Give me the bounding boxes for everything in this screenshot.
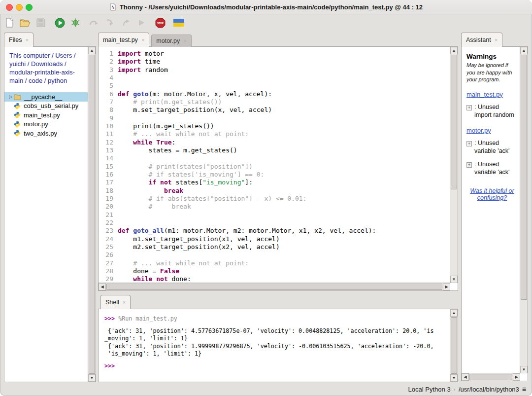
code-line[interactable]: 1import motor xyxy=(99,50,450,58)
code-line[interactable]: 29 while not done: xyxy=(99,275,450,283)
file-tree-item-__pycache__[interactable]: ▷__pycache__ xyxy=(4,92,88,102)
code-line[interactable]: 21 xyxy=(99,211,450,219)
scroll-left-icon[interactable]: ◀ xyxy=(99,283,106,290)
open-file-button[interactable] xyxy=(19,16,32,29)
scroll-left-icon[interactable]: ◀ xyxy=(462,373,469,381)
feedback-link[interactable]: Was it helpful or confusing? xyxy=(470,187,514,201)
code-line[interactable]: 2import time xyxy=(99,58,450,66)
code-line[interactable]: 24 m1.set_target_position(x1, vel, accel… xyxy=(99,235,450,243)
interpreter-label[interactable]: Local Python 3 xyxy=(408,386,451,393)
breadcrumb-segment[interactable]: python xyxy=(48,77,67,84)
scroll-up-icon[interactable]: ▲ xyxy=(450,309,458,317)
run-script-button[interactable] xyxy=(53,16,66,29)
file-tree-item-motor-py[interactable]: motor.py xyxy=(4,120,88,129)
scroll-up-icon[interactable]: ▲ xyxy=(520,47,528,54)
assistant-vscroll-thumb[interactable] xyxy=(521,55,527,300)
scroll-down-icon[interactable]: ▼ xyxy=(450,276,458,283)
shell-vscrollbar[interactable]: ▲ ▼ xyxy=(450,309,458,382)
assistant-file-link[interactable]: motor.py xyxy=(466,127,491,134)
code-line[interactable]: 18 break xyxy=(99,187,450,195)
step-over-button[interactable] xyxy=(88,16,100,29)
code-line[interactable]: 25 m2.set_target_position(x2, vel, accel… xyxy=(99,243,450,251)
code-line[interactable]: 14 xyxy=(99,154,450,162)
code-line[interactable]: 20 # break xyxy=(99,203,450,211)
editor-vscrollbar[interactable]: ▲ ▼ xyxy=(450,47,458,283)
scroll-right-icon[interactable]: ▶ xyxy=(513,373,520,381)
shell-panel[interactable]: >>> %Run main_test.py {'ack': 31, 'posit… xyxy=(98,309,458,382)
new-file-button[interactable] xyxy=(3,16,16,29)
assistant-hscrollbar[interactable]: ◀ ▶ xyxy=(462,373,520,381)
code-line[interactable]: 4 xyxy=(99,74,450,82)
editor-hscrollbar[interactable]: ◀ ▶ xyxy=(99,283,450,290)
save-file-button[interactable] xyxy=(34,16,47,29)
code-line[interactable]: 12 while True: xyxy=(99,139,450,146)
code-line[interactable]: 3import random xyxy=(99,66,450,74)
tab-assistant[interactable]: Assistant × xyxy=(461,33,502,47)
code-area[interactable]: 1import motor2import time3import random4… xyxy=(99,47,450,283)
breadcrumb-segment[interactable]: Users xyxy=(55,52,72,59)
tab-files[interactable]: Files × xyxy=(4,33,33,47)
tab-close-icon[interactable]: × xyxy=(183,38,186,44)
code-line[interactable]: 15 # print(states["position"]) xyxy=(99,163,450,171)
interpreter-path[interactable]: /usr/local/bin/python3 xyxy=(459,386,519,393)
scroll-right-icon[interactable]: ▶ xyxy=(443,283,450,290)
files-vscroll-thumb[interactable] xyxy=(89,55,95,374)
code-line[interactable]: 11 # ... wait while not at point: xyxy=(99,130,450,138)
disclosure-triangle-icon[interactable]: ▷ xyxy=(8,94,14,99)
tab-shell-close-icon[interactable]: × xyxy=(123,300,126,305)
file-tree-item-main_test-py[interactable]: main_test.py xyxy=(4,110,88,120)
files-vscrollbar[interactable]: ▲ ▼ xyxy=(88,47,96,382)
ukraine-flag-icon[interactable] xyxy=(172,16,185,29)
tab-files-close-icon[interactable]: × xyxy=(25,37,28,43)
assistant-file-link[interactable]: main_test.py xyxy=(466,91,503,98)
shell-line xyxy=(104,358,450,362)
expand-plus-icon[interactable]: + xyxy=(466,105,472,110)
code-line[interactable]: 5 xyxy=(99,82,450,90)
scroll-up-icon[interactable]: ▲ xyxy=(88,47,96,54)
debug-script-button[interactable] xyxy=(69,16,82,29)
assistant-vscrollbar[interactable]: ▲ ▼ xyxy=(520,47,528,373)
code-line[interactable]: 9 xyxy=(99,114,450,122)
assistant-hscroll-thumb[interactable] xyxy=(469,374,512,380)
breadcrumb-segment[interactable]: yuichi xyxy=(9,60,26,68)
breadcrumb-segment[interactable]: code xyxy=(29,77,42,84)
code-line[interactable]: 28 done = False xyxy=(99,267,450,275)
code-line[interactable]: 17 if not states["is_moving"]: xyxy=(99,179,450,186)
scroll-down-icon[interactable]: ▼ xyxy=(520,366,528,373)
resume-button[interactable] xyxy=(135,16,148,29)
code-line[interactable]: 6def goto(m: motor.Motor, x, vel, accel)… xyxy=(99,90,450,98)
tab-assistant-close-icon[interactable]: × xyxy=(495,37,498,43)
editor-hscroll-thumb[interactable] xyxy=(106,284,442,290)
scroll-down-icon[interactable]: ▼ xyxy=(88,374,96,382)
code-line[interactable]: 7 # print(m.get_states()) xyxy=(99,98,450,106)
code-line[interactable]: 27 # ... wait while not at point: xyxy=(99,259,450,267)
code-line[interactable]: 10 print(m.get_states()) xyxy=(99,122,450,130)
editor-tab-main_test-py[interactable]: main_test.py× xyxy=(98,33,149,47)
scroll-up-icon[interactable]: ▲ xyxy=(450,47,458,54)
file-tree-item-two_axis-py[interactable]: two_axis.py xyxy=(4,129,88,138)
code-line[interactable]: 26 xyxy=(99,251,450,259)
stop-button[interactable]: STOP xyxy=(154,16,166,29)
expand-plus-icon[interactable]: + xyxy=(466,162,472,168)
editor-vscroll-thumb[interactable] xyxy=(451,55,457,189)
code-line[interactable]: 8 m.set_target_position(x, vel, accel) xyxy=(99,106,450,114)
breadcrumb-segment[interactable]: Downloads xyxy=(31,60,63,68)
tab-shell[interactable]: Shell × xyxy=(100,295,131,309)
shell-output[interactable]: >>> %Run main_test.py {'ack': 31, 'posit… xyxy=(99,309,450,382)
shell-vscroll-thumb[interactable] xyxy=(451,317,457,374)
status-menu-icon[interactable]: ≡ xyxy=(522,385,526,393)
code-line[interactable]: 16 # if states['is_moving'] == 0: xyxy=(99,171,450,179)
breadcrumb-segment[interactable]: This computer xyxy=(9,52,50,59)
expand-plus-icon[interactable]: + xyxy=(466,141,472,146)
tab-close-icon[interactable]: × xyxy=(141,37,144,43)
scroll-down-icon[interactable]: ▼ xyxy=(450,374,458,382)
editor-tab-motor-py[interactable]: motor.py× xyxy=(151,35,191,47)
code-line[interactable]: 13 states = m.get_states() xyxy=(99,146,450,154)
editor-panel[interactable]: 1import motor2import time3import random4… xyxy=(98,46,458,291)
step-out-button[interactable] xyxy=(119,16,132,29)
code-line[interactable]: 22 xyxy=(99,219,450,227)
code-line[interactable]: 19 # if abs(states["position"] - x) <= 0… xyxy=(99,195,450,203)
step-into-button[interactable] xyxy=(103,16,116,29)
code-line[interactable]: 23def goto_all(m1: motor.Motor, m2: moto… xyxy=(99,227,450,235)
file-tree-item-cobs_usb_serial-py[interactable]: cobs_usb_serial.py xyxy=(4,102,88,111)
